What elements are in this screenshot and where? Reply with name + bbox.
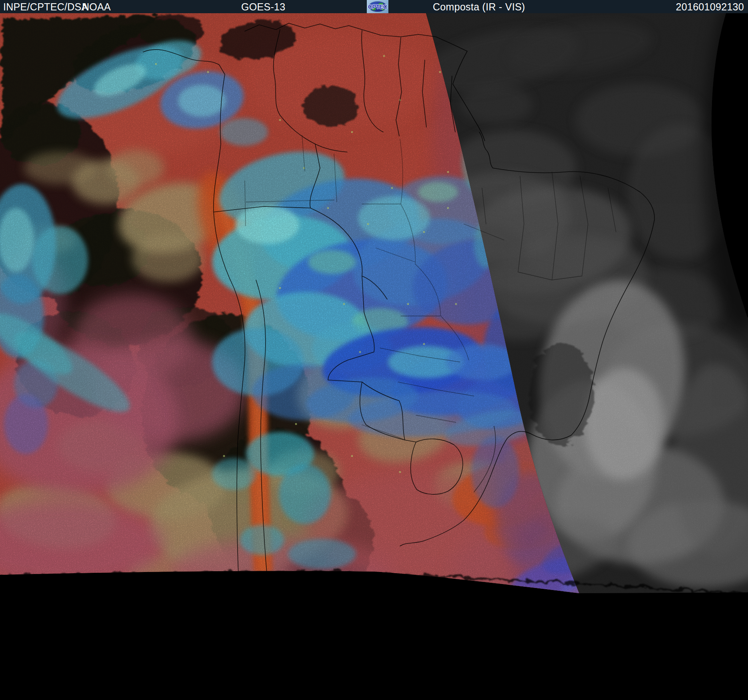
noaa-label: NOAA [82,0,111,13]
satellite-label: GOES-13 [241,0,285,13]
title-bar: INPE/CPTEC/DSA NOAA GOES-13 CPTEC Compos… [0,0,748,13]
cptec-logo-text: CPTEC [367,0,388,13]
satellite-image [0,13,748,700]
product-label: Composta (IR - VIS) [433,0,525,13]
timestamp-label: 201601092130 [676,0,744,13]
cptec-logo: CPTEC [367,0,388,13]
agency-label: INPE/CPTEC/DSA [3,0,88,13]
satellite-viewer: INPE/CPTEC/DSA NOAA GOES-13 CPTEC Compos… [0,0,748,700]
